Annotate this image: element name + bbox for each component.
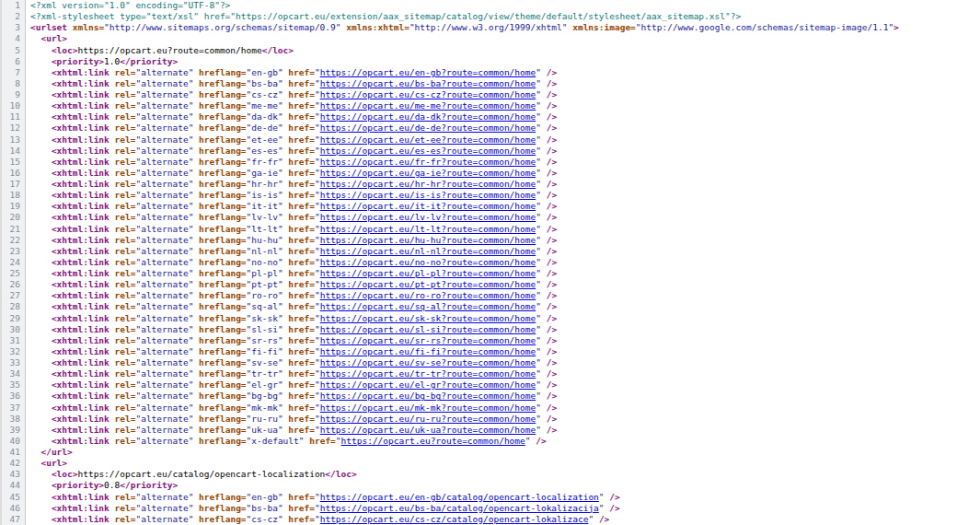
xml-attribute-name: href= bbox=[288, 67, 315, 77]
source-line: 36 <xhtml:link rel="alternate" hreflang=… bbox=[0, 391, 980, 402]
xml-attribute-name: rel= bbox=[115, 290, 136, 300]
href-link[interactable]: https://opcart.eu/fi-fi?route=common/hom… bbox=[320, 346, 536, 356]
href-link[interactable]: https://opcart.eu/no-no?route=common/hom… bbox=[320, 257, 536, 267]
xml-attribute-value: "alternate" bbox=[135, 224, 193, 234]
line-number: 27 bbox=[0, 290, 26, 301]
xml-attribute-name: rel= bbox=[115, 111, 136, 122]
source-line: 19 <xhtml:link rel="alternate" hreflang=… bbox=[0, 201, 980, 212]
source-line: 5 <loc>https://opcart.eu?route=common/ho… bbox=[0, 45, 980, 56]
xml-text bbox=[30, 235, 52, 245]
href-link[interactable]: https://opcart.eu/it-it?route=common/hom… bbox=[320, 201, 536, 211]
href-link[interactable]: https://opcart.eu/en-gb/catalog/opencart… bbox=[320, 492, 599, 502]
href-link[interactable]: https://opcart.eu/sl-si?route=common/hom… bbox=[320, 324, 536, 334]
href-link[interactable]: https://opcart.eu/cs-cz/catalog/opencart… bbox=[320, 514, 589, 524]
href-link[interactable]: https://opcart.eu/lv-lv?route=common/hom… bbox=[320, 212, 536, 222]
xml-tag: /> bbox=[547, 122, 557, 133]
href-link[interactable]: https://opcart.eu/da-dk?route=common/hom… bbox=[320, 111, 536, 122]
xml-text bbox=[30, 492, 52, 502]
xml-attribute-name: href= bbox=[288, 368, 315, 379]
xml-tag: <xhtml:link bbox=[52, 212, 110, 222]
source-line: 21 <xhtml:link rel="alternate" hreflang=… bbox=[0, 224, 980, 235]
line-number: 17 bbox=[0, 179, 26, 190]
href-link[interactable]: https://opcart.eu/sk-sk?route=common/hom… bbox=[320, 313, 536, 323]
href-link[interactable]: https://opcart.eu/lt-lt?route=common/hom… bbox=[320, 224, 536, 234]
href-link[interactable]: https://opcart.eu/fr-fr?route=common/hom… bbox=[320, 157, 536, 167]
xml-text bbox=[30, 190, 52, 200]
href-link[interactable]: https://opcart.eu/cs-cz?route=common/hom… bbox=[320, 89, 536, 99]
xml-attribute-name: rel= bbox=[115, 257, 136, 267]
href-link[interactable]: https://opcart.eu/mk-mk?route=common/hom… bbox=[320, 402, 536, 413]
href-link[interactable]: https://opcart.eu/de-de?route=common/hom… bbox=[320, 122, 536, 133]
xml-tag: <xhtml:link bbox=[52, 324, 110, 334]
xml-attribute-name: rel= bbox=[115, 301, 136, 311]
line-number: 37 bbox=[0, 402, 26, 414]
href-link[interactable]: https://opcart.eu/sq-al?route=common/hom… bbox=[320, 301, 536, 311]
href-link[interactable]: https://opcart.eu/is-is?route=common/hom… bbox=[320, 190, 536, 200]
xml-tag: /> bbox=[547, 346, 557, 356]
href-link[interactable]: https://opcart.eu/uk-ua?route=common/hom… bbox=[320, 425, 536, 435]
href-link[interactable]: https://opcart.eu?route=common/home bbox=[341, 436, 525, 446]
source-line: 11 <xhtml:link rel="alternate" hreflang=… bbox=[0, 111, 980, 122]
href-link[interactable]: https://opcart.eu/ga-ie?route=common/hom… bbox=[320, 168, 536, 178]
source-code: <xhtml:link rel="alternate" hreflang="uk… bbox=[26, 425, 557, 436]
source-code: <priority>0.8</priority> bbox=[26, 480, 178, 491]
xml-attribute-name: xmlns:image= bbox=[572, 22, 636, 32]
href-link[interactable]: https://opcart.eu/me-me?route=common/hom… bbox=[320, 100, 536, 111]
href-link[interactable]: https://opcart.eu/sr-rs?route=common/hom… bbox=[320, 335, 536, 345]
source-code: <priority>1.0</priority> bbox=[26, 56, 178, 67]
href-link[interactable]: https://opcart.eu/el-gr?route=common/hom… bbox=[320, 379, 536, 390]
xml-attribute-value: "sq-al" bbox=[247, 301, 283, 311]
line-number: 46 bbox=[0, 503, 26, 514]
xml-attribute-value: "el-gr" bbox=[247, 379, 283, 390]
href-link[interactable]: https://opcart.eu/ru-ru?route=common/hom… bbox=[320, 414, 536, 424]
line-number: 21 bbox=[0, 224, 26, 235]
xml-tag: <xhtml:link bbox=[52, 268, 110, 278]
xml-text bbox=[30, 301, 52, 311]
xml-attribute-value: "alternate" bbox=[135, 146, 193, 156]
xml-tag: <xhtml:link bbox=[52, 157, 110, 167]
xml-text bbox=[30, 111, 52, 122]
line-number: 19 bbox=[0, 201, 26, 212]
line-number: 40 bbox=[0, 436, 26, 447]
xml-attribute-value: "http://www.google.com/schemas/sitemap-i… bbox=[636, 22, 894, 32]
href-link[interactable]: https://opcart.eu/es-es?route=common/hom… bbox=[320, 146, 536, 156]
xml-attribute-name: rel= bbox=[115, 368, 136, 379]
href-link[interactable]: https://opcart.eu/sv-se?route=common/hom… bbox=[320, 357, 536, 368]
href-link[interactable]: https://opcart.eu/pl-pl?route=common/hom… bbox=[320, 268, 536, 278]
xml-text bbox=[30, 391, 52, 401]
xml-tag: <xhtml:link bbox=[52, 436, 110, 446]
href-link[interactable]: https://opcart.eu/hr-hr?route=common/hom… bbox=[320, 179, 536, 189]
xml-tag: <priority> bbox=[52, 480, 104, 490]
source-line: 47 <xhtml:link rel="alternate" hreflang=… bbox=[0, 514, 980, 525]
href-link[interactable]: https://opcart.eu/bg-bg?route=common/hom… bbox=[320, 391, 536, 401]
href-link[interactable]: https://opcart.eu/pt-pt?route=common/hom… bbox=[320, 279, 536, 289]
href-link[interactable]: https://opcart.eu/bs-ba?route=common/hom… bbox=[320, 78, 536, 88]
xml-tag: /> bbox=[547, 414, 557, 424]
line-number: 24 bbox=[0, 257, 26, 268]
xml-tag: <xhtml:link bbox=[52, 514, 110, 524]
xml-attribute-name: hreflang= bbox=[199, 402, 246, 413]
href-link[interactable]: https://opcart.eu/bs-ba/catalog/opencart… bbox=[320, 503, 599, 513]
href-link[interactable]: https://opcart.eu/en-gb?route=common/hom… bbox=[320, 67, 536, 77]
xml-text bbox=[30, 224, 52, 234]
href-link[interactable]: https://opcart.eu/ro-ro?route=common/hom… bbox=[320, 290, 536, 300]
line-number: 1 bbox=[0, 0, 26, 11]
line-number: 30 bbox=[0, 324, 26, 335]
source-code: <xhtml:link rel="alternate" hreflang="sr… bbox=[26, 335, 557, 346]
xml-tag: <xhtml:link bbox=[52, 492, 110, 502]
source-code: <xhtml:link rel="alternate" hreflang="ga… bbox=[26, 168, 557, 179]
href-link[interactable]: https://opcart.eu/et-ee?route=common/hom… bbox=[320, 134, 536, 145]
href-link[interactable]: https://opcart.eu/nl-nl?route=common/hom… bbox=[320, 246, 536, 256]
xml-attribute-name: hreflang= bbox=[199, 279, 246, 289]
xml-tag: /> bbox=[547, 78, 557, 88]
source-code: <loc>https://opcart.eu?route=common/home… bbox=[26, 45, 294, 56]
xml-attribute-name: hreflang= bbox=[199, 67, 246, 77]
xml-attribute-name: rel= bbox=[115, 89, 136, 99]
xml-attribute-value: "alternate" bbox=[135, 391, 193, 401]
href-link[interactable]: https://opcart.eu/tr-tr?route=common/hom… bbox=[320, 368, 536, 379]
source-code: <xhtml:link rel="alternate" hreflang="nl… bbox=[26, 246, 557, 257]
href-link[interactable]: https://opcart.eu/hu-hu?route=common/hom… bbox=[320, 235, 536, 245]
xml-attribute-value: "ru-ru" bbox=[247, 414, 283, 424]
line-number: 4 bbox=[0, 33, 26, 44]
source-code: <xhtml:link rel="alternate" hreflang="it… bbox=[26, 201, 557, 212]
